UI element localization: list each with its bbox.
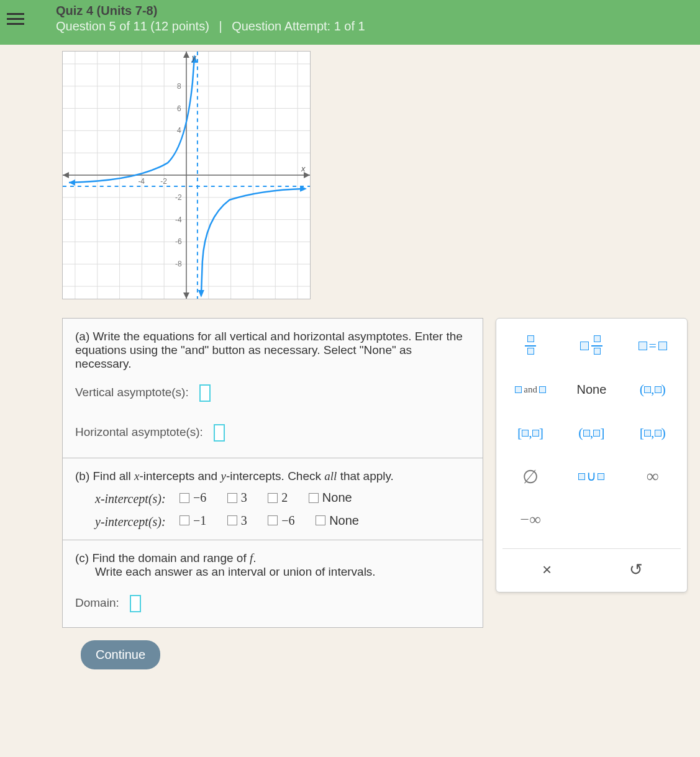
x-opt-2[interactable]: 2 [268,491,288,505]
continue-button[interactable]: Continue [81,640,160,669]
y-opt-neg1[interactable]: −1 [180,514,206,528]
part-a-text: Write the equations for all vertical and… [75,330,463,370]
part-b-text: Find all x-intercepts and y-intercepts. … [93,469,394,483]
part-c: (c) Find the domain and range of f. Writ… [63,540,483,627]
equals-button[interactable]: = [625,331,681,361]
reset-button[interactable]: ↺ [591,560,681,579]
svg-marker-25 [183,292,189,299]
attempt-info: Question Attempt: 1 of 1 [232,19,365,33]
svg-text:8: 8 [177,82,181,91]
part-a: (a) Write the equations for all vertical… [63,319,483,458]
x-intercept-row: x-intercept(s): −6 3 2 None [95,491,470,506]
closed-interval-button[interactable]: [,] [502,418,558,448]
symbol-toolbar: = and None (,) [,] (,] [,) ∅ ∪ ∞ −∞ × ↺ [496,318,688,592]
mixed-fraction-button[interactable] [563,331,619,361]
half-open-right-button[interactable]: [,) [625,418,681,448]
svg-text:-8: -8 [175,260,182,268]
checkbox-icon[interactable] [227,493,237,503]
none-button[interactable]: None [563,374,619,404]
y-intercept-row: y-intercept(s): −1 3 −6 None [95,514,470,529]
svg-text:6: 6 [177,104,181,113]
empty-set-button[interactable]: ∅ [502,461,558,491]
part-c-text: Find the domain and range of f. [92,551,256,564]
question-info: Question 5 of 11 (12 points) | Question … [56,19,365,34]
union-button[interactable]: ∪ [563,461,619,491]
svg-text:-4: -4 [138,177,145,186]
svg-marker-28 [69,179,75,186]
checkbox-icon[interactable] [180,493,189,503]
y-intercept-label: y-intercept(s): [95,514,166,528]
checkbox-icon[interactable] [316,515,325,525]
svg-text:-4: -4 [175,215,182,224]
question-position: Question 5 of 11 (12 points) [56,19,209,33]
question-panel: (a) Write the equations for all vertical… [62,318,483,628]
neg-infinity-button[interactable]: −∞ [502,505,558,535]
x-opt-3[interactable]: 3 [227,491,247,505]
header-text: Quiz 4 (Units 7-8) Question 5 of 11 (12 … [56,4,365,34]
quiz-title: Quiz 4 (Units 7-8) [56,4,365,18]
y-opt-neg6[interactable]: −6 [268,514,294,528]
checkbox-icon[interactable] [180,515,189,525]
svg-text:-2: -2 [160,177,167,186]
header-bar: Quiz 4 (Units 7-8) Question 5 of 11 (12 … [0,0,700,45]
svg-marker-30 [198,290,204,297]
horizontal-asymptote-label: Horizontal asymptote(s): [75,425,203,438]
x-intercept-label: x-intercept(s): [95,492,166,505]
infinity-button[interactable]: ∞ [625,461,681,491]
x-opt-none[interactable]: None [309,491,352,505]
svg-text:-2: -2 [175,193,182,202]
part-c-label: (c) [75,551,89,564]
checkbox-icon[interactable] [309,493,319,503]
y-opt-3[interactable]: 3 [227,514,247,528]
vertical-asymptote-row: Vertical asymptote(s): [75,384,470,402]
and-button[interactable]: and [502,374,558,404]
part-b: (b) Find all x-intercepts and y-intercep… [63,458,483,540]
vertical-asymptote-input[interactable] [199,384,211,402]
half-open-left-button[interactable]: (,] [563,418,619,448]
part-b-label: (b) [75,469,89,483]
svg-text:x: x [301,164,306,173]
horizontal-asymptote-row: Horizontal asymptote(s): [75,424,470,442]
function-graph: 8 6 4 -2 -4 -6 -8 -4 -2 y x [62,51,311,299]
svg-text:-6: -6 [175,237,182,246]
checkbox-icon[interactable] [268,493,278,503]
horizontal-asymptote-input[interactable] [214,424,225,442]
domain-label: Domain: [75,596,119,609]
checkbox-icon[interactable] [268,515,278,525]
domain-row: Domain: [75,595,470,612]
part-c-text2: Write each answer as an interval or unio… [95,565,376,579]
svg-marker-23 [183,52,189,58]
menu-icon[interactable] [0,0,31,37]
x-opt-neg6[interactable]: −6 [180,491,206,505]
close-button[interactable]: × [502,560,592,579]
checkbox-icon[interactable] [227,515,237,525]
domain-input[interactable] [130,595,141,612]
open-interval-button[interactable]: (,) [625,374,681,404]
fraction-button[interactable] [502,331,558,361]
part-a-label: (a) [75,330,89,343]
y-opt-none[interactable]: None [316,514,359,528]
svg-text:4: 4 [177,126,181,135]
svg-marker-24 [63,172,69,178]
vertical-asymptote-label: Vertical asymptote(s): [75,386,189,399]
